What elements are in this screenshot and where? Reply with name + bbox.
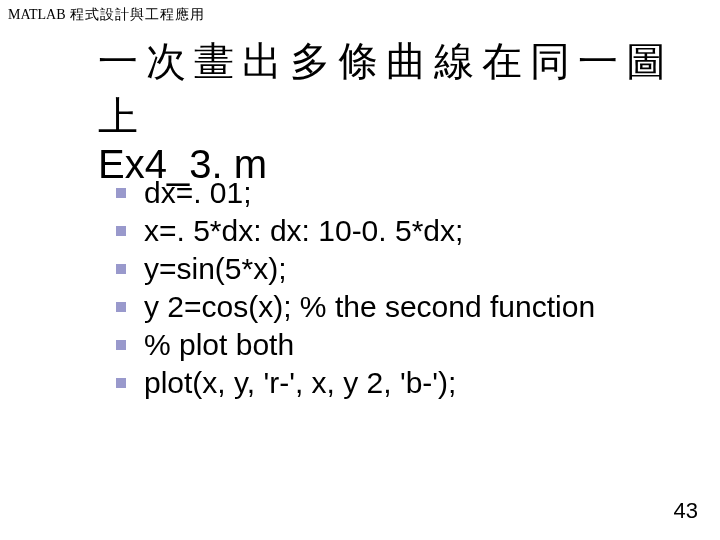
code-text: y=sin(5*x); — [144, 252, 287, 286]
bullet-icon — [116, 226, 126, 236]
page-number: 43 — [674, 498, 698, 524]
bullet-icon — [116, 302, 126, 312]
bullet-icon — [116, 378, 126, 388]
code-text: % plot both — [144, 328, 294, 362]
slide-header: MATLAB 程式設計與工程應用 — [8, 6, 205, 24]
list-item: y=sin(5*x); — [116, 252, 595, 286]
list-item: % plot both — [116, 328, 595, 362]
list-item: x=. 5*dx: dx: 10-0. 5*dx; — [116, 214, 595, 248]
title-zh: 一次畫出多條曲線在同一圖上 — [98, 34, 720, 144]
list-item: dx=. 01; — [116, 176, 595, 210]
header-subtitle: 程式設計與工程應用 — [70, 7, 205, 22]
bullet-icon — [116, 340, 126, 350]
code-list: dx=. 01; x=. 5*dx: dx: 10-0. 5*dx; y=sin… — [116, 176, 595, 404]
code-text: y 2=cos(x); % the second function — [144, 290, 595, 324]
code-text: dx=. 01; — [144, 176, 252, 210]
header-brand: MATLAB — [8, 7, 66, 22]
list-item: y 2=cos(x); % the second function — [116, 290, 595, 324]
bullet-icon — [116, 264, 126, 274]
code-text: plot(x, y, 'r-', x, y 2, 'b-'); — [144, 366, 456, 400]
list-item: plot(x, y, 'r-', x, y 2, 'b-'); — [116, 366, 595, 400]
bullet-icon — [116, 188, 126, 198]
title-block: 一次畫出多條曲線在同一圖上 Ex4_3. m — [98, 34, 720, 187]
code-text: x=. 5*dx: dx: 10-0. 5*dx; — [144, 214, 463, 248]
